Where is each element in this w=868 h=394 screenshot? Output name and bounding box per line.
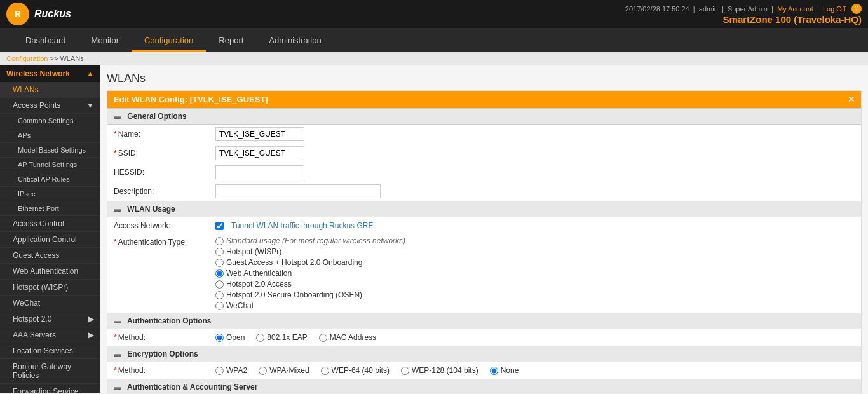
auth-type-row: *Authentication Type: Standard usage (Fo… bbox=[107, 234, 861, 313]
ssid-label: *SSID: bbox=[114, 149, 215, 158]
sidebar-item-ap-tunnel-settings[interactable]: AP Tunnel Settings bbox=[0, 158, 100, 172]
auth-guest[interactable]: Guest Access + Hotspot 2.0 Onboarding bbox=[215, 258, 362, 267]
auth-web[interactable]: Web Authentication bbox=[215, 269, 292, 278]
sidebar-item-aaa-servers[interactable]: AAA Servers ▶ bbox=[0, 327, 100, 343]
enc-wpa2-radio[interactable] bbox=[215, 367, 224, 375]
sidebar-item-forwarding-service[interactable]: Forwarding Service bbox=[0, 384, 100, 393]
hessid-input[interactable] bbox=[215, 165, 304, 179]
sidebar-item-hotspot20[interactable]: Hotspot 2.0 ▶ bbox=[0, 311, 100, 327]
sidebar-item-common-settings[interactable]: Common Settings bbox=[0, 114, 100, 128]
logout-link[interactable]: Log Off bbox=[823, 4, 846, 12]
auth-hotspot[interactable]: Hotspot (WISPr) bbox=[215, 247, 281, 256]
sidebar-item-guest-access[interactable]: Guest Access bbox=[0, 248, 100, 264]
sidebar-item-ethernet-port[interactable]: Ethernet Port bbox=[0, 201, 100, 216]
auth-guest-label: Guest Access + Hotspot 2.0 Onboarding bbox=[226, 258, 362, 267]
auth-hotspot-label: Hotspot (WISPr) bbox=[226, 247, 281, 256]
sidebar-item-access-points[interactable]: Access Points ▼ bbox=[0, 98, 100, 114]
method-mac-radio[interactable] bbox=[319, 334, 327, 342]
method-open-label: Open bbox=[226, 333, 245, 342]
sidebar-item-web-authentication[interactable]: Web Authentication bbox=[0, 264, 100, 280]
arrow-icon: ▼ bbox=[86, 101, 94, 110]
name-row: *Name: bbox=[107, 125, 861, 144]
enc-none-label: None bbox=[501, 366, 519, 375]
nav-administration[interactable]: Administration bbox=[256, 31, 334, 52]
sidebar-section-wireless[interactable]: Wireless Network ▲ bbox=[0, 65, 100, 82]
section-auth-accounting[interactable]: ▬ Authentication & Accounting Server bbox=[107, 379, 861, 393]
method-mac-label: MAC Address bbox=[330, 333, 376, 342]
auth-hotspot20[interactable]: Hotspot 2.0 Access bbox=[215, 280, 292, 289]
auth-wechat[interactable]: WeChat bbox=[215, 301, 254, 310]
enc-wpa-mixed-radio[interactable] bbox=[259, 367, 267, 375]
enc-wep64[interactable]: WEP-64 (40 bits) bbox=[321, 366, 390, 375]
name-input[interactable] bbox=[215, 127, 304, 141]
sidebar-item-bonjour-gateway[interactable]: Bonjour Gateway Policies bbox=[0, 359, 100, 384]
sidebar-item-wechat[interactable]: WeChat bbox=[0, 296, 100, 311]
auth-guest-radio[interactable] bbox=[215, 259, 224, 267]
section-auth-options[interactable]: ▬ Authentication Options bbox=[107, 313, 861, 329]
auth-osen[interactable]: Hotspot 2.0 Secure Onboarding (OSEN) bbox=[215, 290, 362, 299]
auth-standard-label: Standard usage (For most regular wireles… bbox=[226, 236, 405, 245]
user-role: Super Admin bbox=[728, 4, 768, 12]
breadcrumb: Configuration >> WLANs bbox=[0, 52, 868, 65]
auth-hotspot20-radio[interactable] bbox=[215, 280, 224, 289]
auth-osen-radio[interactable] bbox=[215, 291, 224, 299]
sidebar-item-hotspot-wispr[interactable]: Hotspot (WISPr) bbox=[0, 280, 100, 296]
nav-report[interactable]: Report bbox=[206, 31, 256, 52]
collapse-auth-icon: ▬ bbox=[114, 316, 121, 325]
nav-configuration[interactable]: Configuration bbox=[132, 31, 206, 52]
access-network-checkbox[interactable] bbox=[215, 222, 224, 230]
enc-none-radio[interactable] bbox=[490, 367, 498, 375]
nav-monitor[interactable]: Monitor bbox=[79, 31, 132, 52]
enc-wpa-mixed[interactable]: WPA-Mixed bbox=[259, 366, 309, 375]
sidebar-item-ipsec[interactable]: IPsec bbox=[0, 187, 100, 201]
device-location: (Traveloka-HQ) bbox=[794, 14, 862, 25]
auth-standard[interactable]: Standard usage (For most regular wireles… bbox=[215, 236, 405, 245]
auth-standard-radio[interactable] bbox=[215, 237, 224, 245]
close-icon[interactable]: ✕ bbox=[848, 95, 855, 104]
auth-wechat-radio[interactable] bbox=[215, 302, 224, 310]
method-mac[interactable]: MAC Address bbox=[319, 333, 376, 342]
enc-wpa2[interactable]: WPA2 bbox=[215, 366, 247, 375]
logo-icon: R bbox=[6, 3, 29, 25]
method-8021x-radio[interactable] bbox=[256, 334, 264, 342]
section-wlan-usage[interactable]: ▬ WLAN Usage bbox=[107, 201, 861, 217]
help-icon[interactable]: ? bbox=[851, 4, 862, 14]
access-network-text: Tunnel WLAN traffic through Ruckus GRE bbox=[231, 221, 373, 230]
sidebar-item-access-control[interactable]: Access Control bbox=[0, 216, 100, 232]
method-open[interactable]: Open bbox=[215, 333, 245, 342]
section-general-options[interactable]: ▬ General Options bbox=[107, 108, 861, 125]
enc-method-label: *Method: bbox=[114, 366, 215, 375]
enc-wep128-radio[interactable] bbox=[401, 367, 409, 375]
auth-web-radio[interactable] bbox=[215, 269, 224, 278]
method-open-radio[interactable] bbox=[215, 334, 224, 342]
enc-wep64-radio[interactable] bbox=[321, 367, 329, 375]
sidebar-item-application-control[interactable]: Application Control bbox=[0, 232, 100, 248]
breadcrumb-wlans: WLANs bbox=[60, 55, 83, 62]
enc-wep128[interactable]: WEP-128 (104 bits) bbox=[401, 366, 478, 375]
breadcrumb-config[interactable]: Configuration bbox=[6, 55, 48, 62]
top-right: 2017/02/28 17:50:24 | admin | Super Admi… bbox=[625, 4, 862, 25]
my-account-link[interactable]: My Account bbox=[777, 4, 813, 12]
arrow-icon: ▶ bbox=[88, 330, 94, 339]
auth-hotspot-radio[interactable] bbox=[215, 248, 224, 256]
sidebar-item-wlans[interactable]: WLANs bbox=[0, 82, 100, 98]
ssid-input[interactable] bbox=[215, 146, 304, 160]
description-input[interactable] bbox=[215, 184, 381, 198]
collapse-usage-icon: ▬ bbox=[114, 205, 121, 214]
auth-type-options: Standard usage (For most regular wireles… bbox=[215, 236, 855, 310]
access-network-row: Access Network: Tunnel WLAN traffic thro… bbox=[107, 217, 861, 234]
description-label: Description: bbox=[114, 187, 215, 196]
enc-none[interactable]: None bbox=[490, 366, 519, 375]
auth-method-options: Open 802.1x EAP MAC Address bbox=[215, 333, 855, 342]
sidebar-item-aps[interactable]: APs bbox=[0, 128, 100, 143]
sidebar-item-location-services[interactable]: Location Services bbox=[0, 343, 100, 359]
sidebar-item-critical-ap-rules[interactable]: Critical AP Rules bbox=[0, 172, 100, 187]
description-row: Description: bbox=[107, 182, 861, 201]
collapse-acct-icon: ▬ bbox=[114, 383, 121, 391]
nav-dashboard[interactable]: Dashboard bbox=[13, 31, 79, 52]
section-encryption[interactable]: ▬ Encryption Options bbox=[107, 346, 861, 362]
sidebar-item-model-based-settings[interactable]: Model Based Settings bbox=[0, 143, 100, 158]
method-8021x[interactable]: 802.1x EAP bbox=[256, 333, 307, 342]
logo-text: Ruckus bbox=[34, 8, 71, 20]
access-network-value: Tunnel WLAN traffic through Ruckus GRE bbox=[215, 221, 855, 230]
